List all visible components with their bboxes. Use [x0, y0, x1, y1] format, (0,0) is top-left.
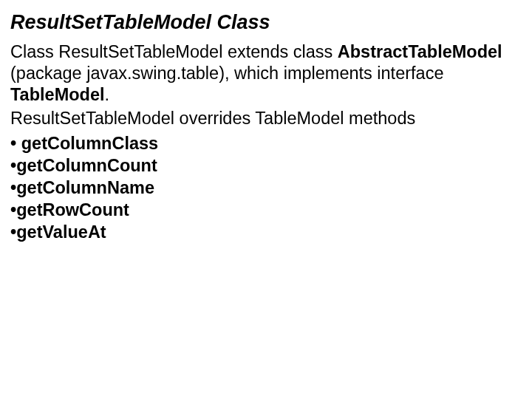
- list-item: getColumnClass: [10, 132, 520, 154]
- text-run: (package javax.swing.table), which imple…: [10, 64, 443, 83]
- list-item: getColumnCount: [10, 154, 520, 177]
- text-run: Class ResultSetTableModel extends class: [10, 42, 338, 61]
- list-item: getValueAt: [10, 221, 520, 243]
- slide: ResultSetTableModel Class Class ResultSe…: [0, 0, 532, 255]
- method-list: getColumnClass getColumnCount getColumnN…: [10, 132, 520, 243]
- slide-body: Class ResultSetTableModel extends class …: [10, 41, 520, 243]
- slide-title: ResultSetTableModel Class: [10, 10, 520, 34]
- text-bold: TableModel: [10, 85, 105, 104]
- text-run: .: [105, 85, 110, 104]
- list-item: getRowCount: [10, 199, 520, 221]
- text-bold: AbstractTableModel: [338, 42, 502, 61]
- paragraph-2: ResultSetTableModel overrides TableModel…: [10, 108, 520, 129]
- list-item: getColumnName: [10, 177, 520, 199]
- paragraph-1: Class ResultSetTableModel extends class …: [10, 41, 520, 105]
